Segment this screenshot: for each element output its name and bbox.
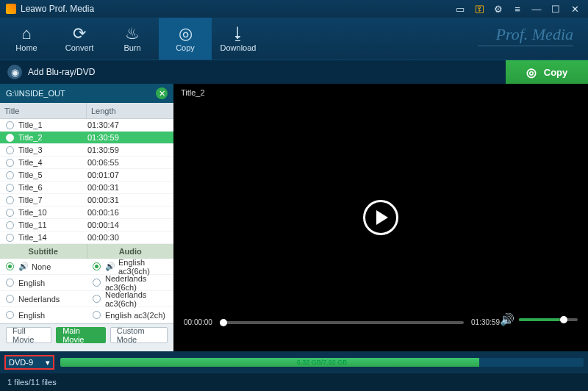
- brand-text: Prof. Media: [496, 25, 574, 44]
- bottom-bar: DVD-9 ▾ 6.32 GB/7.92 GB: [0, 351, 588, 373]
- subaudio-header: Subtitle Audio: [0, 244, 173, 259]
- radio-icon: [6, 134, 14, 142]
- source-close-icon[interactable]: ✕: [156, 87, 168, 99]
- preview-title: Title_2: [181, 88, 205, 97]
- app-title: Leawo Prof. Media: [21, 4, 94, 14]
- title-row[interactable]: Title_201:30:59: [0, 132, 173, 144]
- subtitle-column: 🔊NoneEnglishNederlandsEnglish: [0, 259, 87, 323]
- menu-icon[interactable]: ≡: [510, 1, 525, 16]
- copy-action-icon: ◎: [526, 65, 537, 79]
- radio-icon: [93, 295, 101, 303]
- title-row[interactable]: Title_500:01:07: [0, 169, 173, 182]
- title-length: 00:01:07: [87, 171, 173, 179]
- disc-type-select[interactable]: DVD-9 ▾: [4, 355, 54, 370]
- key-icon[interactable]: ⚿: [472, 1, 487, 16]
- audio-header: Audio: [87, 244, 174, 259]
- title-row[interactable]: Title_101:30:47: [0, 119, 173, 132]
- option-label: Nederlands ac3(6ch): [105, 274, 173, 292]
- add-disc-button[interactable]: ◉ Add Blu-ray/DVD: [7, 65, 95, 79]
- tab-convert[interactable]: ⟳Convert: [53, 18, 106, 60]
- radio-icon: [6, 121, 14, 129]
- app-logo-icon: [6, 4, 16, 14]
- home-icon: ⌂: [21, 26, 31, 42]
- radio-icon: [6, 159, 14, 167]
- radio-icon: [93, 311, 101, 319]
- copy-button[interactable]: ◎ Copy: [506, 60, 588, 84]
- title-length: 00:00:30: [87, 233, 173, 242]
- col-length: Length: [87, 103, 173, 118]
- subtitle-header: Subtitle: [0, 244, 87, 259]
- option-label: English: [18, 311, 45, 320]
- radio-icon: [6, 146, 14, 154]
- title-row[interactable]: Title_600:00:31: [0, 182, 173, 194]
- convert-icon: ⟳: [73, 26, 86, 42]
- time-duration: 01:30:59: [471, 318, 500, 326]
- option-label: English: [18, 279, 45, 287]
- option-row[interactable]: English ac3(2ch): [87, 307, 173, 323]
- radio-icon: [6, 196, 14, 204]
- seek-knob[interactable]: [220, 319, 227, 326]
- title-row[interactable]: Title_1400:00:30: [0, 232, 173, 244]
- title-name: Title_4: [18, 158, 87, 167]
- title-row[interactable]: Title_400:06:55: [0, 157, 173, 169]
- radio-icon: [6, 279, 14, 287]
- mode-full-movie[interactable]: Full Movie: [6, 327, 51, 343]
- message-icon[interactable]: ▭: [453, 1, 467, 16]
- title-name: Title_1: [18, 121, 87, 129]
- preview-pane: Title_2 00:00:00 01:30:59 🔊: [173, 84, 588, 351]
- title-list: Title_101:30:47Title_201:30:59Title_301:…: [0, 119, 173, 244]
- option-row[interactable]: 🔊English ac3(6ch): [87, 259, 173, 275]
- gear-icon[interactable]: ⚙: [491, 1, 506, 16]
- minimize-icon[interactable]: —: [529, 1, 544, 16]
- tab-copy[interactable]: ◎Copy: [159, 18, 212, 60]
- seek-bar[interactable]: [220, 321, 464, 324]
- radio-icon: [6, 262, 14, 270]
- maximize-icon[interactable]: ☐: [548, 1, 563, 16]
- title-name: Title_10: [18, 208, 87, 217]
- chevron-down-icon: ▾: [46, 358, 50, 367]
- status-bar: 1 files/11 files: [0, 373, 588, 391]
- mode-custom[interactable]: Custom Mode: [110, 327, 168, 343]
- tab-burn[interactable]: ♨Burn: [106, 18, 159, 60]
- option-row[interactable]: Nederlands ac3(6ch): [87, 291, 173, 307]
- mode-main-movie[interactable]: Main Movie: [56, 327, 106, 343]
- title-row[interactable]: Title_1000:00:16: [0, 207, 173, 219]
- option-row[interactable]: Nederlands: [0, 291, 87, 307]
- radio-icon: [6, 234, 14, 242]
- volume-knob[interactable]: [560, 316, 567, 323]
- add-disc-icon: ◉: [7, 65, 22, 79]
- action-bar: ◉ Add Blu-ray/DVD ◎ Copy: [0, 60, 588, 84]
- source-row: G:\INSIDE_OUT ✕: [0, 84, 173, 103]
- option-row[interactable]: English: [0, 275, 87, 291]
- volume-bar[interactable]: [519, 318, 578, 321]
- option-row[interactable]: English: [0, 307, 87, 323]
- volume-icon[interactable]: 🔊: [500, 312, 514, 326]
- close-icon[interactable]: ✕: [567, 1, 582, 16]
- size-text: 6.32 GB/7.92 GB: [297, 358, 348, 367]
- option-row[interactable]: 🔊None: [0, 259, 87, 275]
- audio-column: 🔊English ac3(6ch)Nederlands ac3(6ch)Nede…: [87, 259, 173, 323]
- title-name: Title_6: [18, 183, 87, 192]
- size-progress: 6.32 GB/7.92 GB: [60, 358, 584, 367]
- radio-icon: [6, 209, 14, 217]
- tab-home[interactable]: ⌂Home: [0, 18, 53, 60]
- title-row[interactable]: Title_301:30:59: [0, 144, 173, 157]
- volume-row: 🔊: [500, 312, 578, 326]
- title-length: 01:30:47: [87, 121, 173, 129]
- option-label: English ac3(2ch): [105, 311, 165, 320]
- radio-icon: [6, 171, 14, 179]
- play-button[interactable]: [363, 200, 398, 235]
- option-row[interactable]: Nederlands ac3(6ch): [87, 275, 173, 291]
- subaudio-body: 🔊NoneEnglishNederlandsEnglish 🔊English a…: [0, 259, 173, 323]
- left-pane: G:\INSIDE_OUT ✕ Title Length Title_101:3…: [0, 84, 173, 351]
- radio-icon: [6, 221, 14, 229]
- title-row[interactable]: Title_700:00:31: [0, 194, 173, 207]
- mode-bar: Full Movie Main Movie Custom Mode: [0, 323, 173, 345]
- tab-download[interactable]: ⭳Download: [212, 18, 265, 60]
- burn-icon: ♨: [125, 26, 140, 42]
- title-length: 01:30:59: [87, 133, 173, 142]
- option-label: English ac3(6ch): [118, 258, 173, 276]
- title-row[interactable]: Title_1100:00:14: [0, 219, 173, 232]
- timeline: 00:00:00 01:30:59: [184, 318, 500, 326]
- title-name: Title_2: [18, 133, 87, 142]
